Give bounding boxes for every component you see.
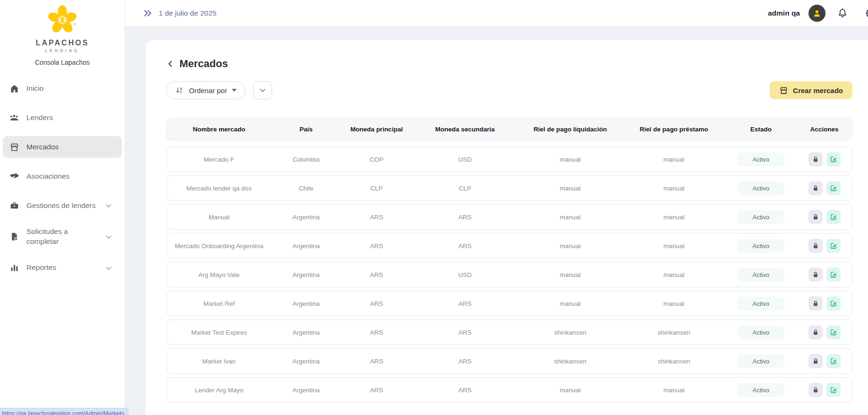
sidebar-collapse-toggle[interactable] — [143, 8, 153, 18]
notifications-bell-icon[interactable] — [837, 8, 848, 19]
lock-market-button[interactable] — [808, 181, 823, 195]
edit-market-button[interactable] — [826, 152, 841, 166]
lock-market-button[interactable] — [808, 239, 823, 253]
create-market-button[interactable]: Crear mercado — [770, 81, 852, 99]
cell-estado: Activo — [725, 354, 797, 368]
lock-market-button[interactable] — [808, 383, 823, 397]
sidebar-item-mercados[interactable]: Mercados — [3, 136, 122, 158]
cell-riel-prestamo: manual — [623, 156, 725, 163]
lock-market-button[interactable] — [808, 296, 823, 311]
sort-button[interactable]: AZ Ordenar por — [166, 81, 246, 99]
status-badge: Activo — [737, 239, 784, 253]
edit-market-button[interactable] — [826, 325, 841, 339]
edit-market-button[interactable] — [826, 296, 841, 311]
markets-panel: Mercados AZ Ordenar por Crear mercado — [145, 40, 868, 415]
cell-riel-liquidacion: manual — [518, 387, 623, 394]
logo-wordmark: LAPACHOS — [0, 39, 125, 47]
sidebar-item-gestiones-de-lenders[interactable]: Gestiones de lenders — [3, 195, 122, 216]
lock-icon — [812, 184, 819, 192]
lock-icon — [812, 156, 819, 163]
sidebar: ® LAPACHOS LENDING Consola Lapachos Inic… — [0, 0, 125, 415]
table-row: Market Ivan Argentina ARS ARS shinkansen… — [166, 348, 852, 374]
column-header: Riel de pago liquidación — [518, 126, 623, 133]
home-icon — [9, 83, 20, 94]
cell-acciones — [797, 354, 852, 368]
cell-moneda-secundaria: ARS — [412, 329, 518, 336]
lapachos-flower-icon: ® — [45, 4, 80, 36]
column-header: Estado — [725, 126, 797, 133]
edit-market-button[interactable] — [826, 181, 841, 195]
cell-pais: Argentina — [272, 271, 341, 278]
cell-estado: Activo — [725, 182, 797, 195]
edit-market-button[interactable] — [826, 383, 841, 397]
lock-icon — [812, 213, 819, 221]
cell-moneda-secundaria: CLP — [412, 185, 518, 192]
cell-moneda-secundaria: ARS — [412, 242, 518, 250]
cell-moneda-principal: COP — [340, 156, 412, 163]
sidebar-item-asociaciones[interactable]: Asociaciones — [3, 165, 122, 187]
sidebar-item-reportes[interactable]: Reportes — [3, 257, 122, 279]
back-button[interactable] — [166, 60, 175, 68]
cell-estado: Activo — [725, 153, 797, 166]
logo-wordmark-sub: LENDING — [0, 48, 125, 53]
table-row: Lender Arg Mayo Argentina ARS ARS manual… — [166, 377, 852, 403]
cell-pais: Argentina — [272, 300, 341, 307]
cell-moneda-principal: ARS — [340, 358, 412, 365]
lock-icon — [812, 271, 819, 278]
status-badge: Activo — [737, 383, 784, 397]
sidebar-item-lenders[interactable]: Lenders — [3, 107, 122, 129]
cell-nombre-mercado: Market Ivan — [167, 358, 272, 365]
page-title: Mercados — [179, 58, 228, 70]
avatar[interactable] — [808, 5, 825, 22]
cell-nombre-mercado: Manual — [167, 214, 272, 221]
cell-pais: Argentina — [272, 387, 341, 394]
lock-market-button[interactable] — [808, 268, 823, 282]
column-header: Moneda principal — [340, 126, 412, 133]
edit-icon — [830, 184, 837, 192]
cell-riel-liquidacion: manual — [518, 185, 623, 192]
cell-pais: Chile — [272, 185, 341, 192]
edit-market-button[interactable] — [826, 354, 841, 368]
edit-market-button[interactable] — [826, 239, 841, 253]
language-globe-icon[interactable] — [865, 7, 868, 19]
cell-riel-prestamo: manual — [623, 214, 725, 221]
topbar: 1 de julio de 2025 admin qa — [125, 0, 868, 26]
market-table-body: Mercado F Colombia COP USD manual manual… — [166, 147, 852, 403]
markets-table: Nombre mercado País Moneda principal Mon… — [166, 118, 852, 403]
cell-riel-prestamo: manual — [623, 300, 725, 307]
cell-riel-prestamo: shinkansen — [623, 358, 725, 365]
status-badge: Activo — [737, 182, 784, 195]
lock-market-button[interactable] — [808, 354, 823, 368]
expand-filters-button[interactable] — [253, 81, 272, 99]
cell-moneda-principal: ARS — [340, 329, 412, 336]
cell-moneda-principal: ARS — [340, 214, 412, 221]
chevron-down-icon — [259, 86, 266, 94]
sidebar-item-solicitudes-a-completar[interactable]: Solicitudes a completar — [3, 224, 122, 250]
lock-icon — [812, 357, 819, 365]
column-header: Acciones — [797, 126, 852, 133]
cell-moneda-principal: ARS — [340, 387, 412, 394]
edit-icon — [830, 271, 837, 278]
table-row: Manual Argentina ARS ARS manual manual A… — [166, 204, 852, 230]
create-market-label: Crear mercado — [793, 86, 843, 95]
cell-riel-prestamo: manual — [623, 185, 725, 192]
chevron-down-icon — [106, 233, 111, 238]
cell-riel-prestamo: manual — [623, 242, 725, 250]
cell-estado: Activo — [725, 268, 797, 282]
lock-icon — [812, 329, 819, 336]
edit-market-button[interactable] — [826, 210, 841, 224]
chevron-left-icon — [166, 60, 175, 68]
sidebar-item-inicio[interactable]: Inicio — [3, 78, 122, 99]
cell-riel-prestamo: manual — [623, 387, 725, 394]
cell-pais: Argentina — [272, 358, 341, 365]
edit-icon — [830, 386, 837, 394]
cell-riel-liquidacion: manual — [518, 156, 623, 163]
lock-market-button[interactable] — [808, 325, 823, 339]
table-row: Mercado Onboarding Argentina Argentina A… — [166, 233, 852, 259]
lock-icon — [812, 242, 819, 250]
cell-riel-liquidacion: shinkansen — [518, 329, 623, 336]
lock-market-button[interactable] — [808, 210, 823, 224]
lock-market-button[interactable] — [808, 152, 823, 166]
briefcase-icon — [9, 200, 20, 211]
edit-market-button[interactable] — [826, 268, 841, 282]
